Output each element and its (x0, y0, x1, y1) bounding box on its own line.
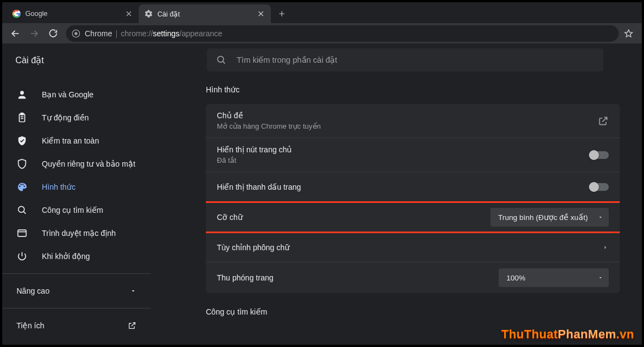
row-label: Hiển thị thanh dấu trang (217, 183, 301, 191)
row-bookmarks-bar: Hiển thị thanh dấu trang (206, 172, 620, 202)
sidebar-advanced-label: Nâng cao (17, 287, 50, 295)
sidebar-item-default-browser[interactable]: Trình duyệt mặc định (2, 222, 151, 245)
external-link-icon (128, 321, 137, 330)
sidebar-item-safety-check[interactable]: Kiểm tra an toàn (2, 129, 151, 152)
close-tab-icon[interactable] (124, 9, 133, 18)
section-title-appearance: Hình thức (206, 85, 620, 94)
section-title-search: Công cụ tìm kiếm (206, 307, 620, 316)
row-font-size: Cỡ chữ Trung bình (Được đề xuất) (206, 201, 620, 233)
font-size-dropdown[interactable]: Trung bình (Được đề xuất) (490, 208, 609, 227)
person-icon (17, 89, 28, 100)
shield-check-icon (17, 135, 28, 146)
svg-point-7 (18, 206, 24, 212)
sidebar-item-label: Khi khởi động (42, 252, 90, 261)
home-button-toggle[interactable] (590, 151, 609, 159)
page-zoom-dropdown[interactable]: 100% (499, 268, 609, 287)
row-customize-fonts[interactable]: Tùy chỉnh phông chữ (206, 233, 620, 262)
search-icon (17, 205, 28, 216)
url-path: /appearance (179, 29, 222, 38)
dropdown-value: 100% (506, 274, 526, 282)
bookmarks-bar-toggle[interactable] (590, 183, 609, 191)
gear-icon (144, 9, 153, 18)
chevron-down-icon (598, 275, 603, 280)
divider (2, 273, 151, 274)
svg-point-3 (217, 56, 223, 62)
sidebar-item-label: Kiểm tra an toàn (42, 136, 99, 145)
sidebar-item-appearance[interactable]: Hình thức (2, 175, 151, 199)
chevron-down-icon (598, 214, 603, 220)
browser-icon (17, 228, 28, 239)
sidebar-item-autofill[interactable]: Tự động điền (2, 106, 151, 129)
svg-rect-8 (18, 230, 26, 236)
shield-icon (17, 158, 28, 169)
sidebar-item-label: Hình thức (42, 183, 75, 191)
sidebar-item-privacy[interactable]: Quyền riêng tư và bảo mật (2, 152, 151, 175)
svg-point-2 (74, 32, 77, 35)
row-theme[interactable]: Chủ đề Mở cửa hàng Chrome trực tuyến (206, 104, 620, 138)
appearance-card: Chủ đề Mở cửa hàng Chrome trực tuyến Hiể… (206, 104, 620, 293)
search-placeholder: Tìm kiếm trong phần cài đặt (237, 56, 337, 64)
sidebar-extensions-label: Tiện ích (17, 321, 45, 330)
url-host: settings (153, 29, 179, 38)
settings-header: Cài đặt Tìm kiếm trong phần cài đặt (2, 43, 642, 76)
row-home-button: Hiển thị nút trang chủ Đã tắt (206, 138, 620, 172)
external-link-icon (598, 115, 609, 126)
url-prefix: chrome:// (121, 29, 152, 38)
reload-button[interactable] (44, 25, 62, 42)
tab-strip: Google Cài đặt (2, 2, 642, 23)
row-sublabel: Đã tắt (217, 156, 292, 164)
page-title: Cài đặt (15, 55, 207, 65)
sidebar-item-on-startup[interactable]: Khi khởi động (2, 245, 151, 268)
row-label: Chủ đề (217, 111, 321, 120)
back-button[interactable] (7, 25, 24, 42)
palette-icon (17, 181, 28, 192)
settings-search[interactable]: Tìm kiếm trong phần cài đặt (207, 48, 603, 71)
address-bar[interactable]: Chrome | chrome:// settings /appearance (66, 25, 619, 42)
sidebar-advanced[interactable]: Nâng cao (2, 279, 151, 302)
sidebar-item-search-engine[interactable]: Công cụ tìm kiếm (2, 199, 151, 222)
sidebar-item-label: Tự động điền (42, 113, 89, 122)
power-icon (17, 251, 28, 262)
chevron-right-icon (602, 244, 609, 251)
google-favicon (12, 9, 21, 18)
browser-toolbar: Chrome | chrome:// settings /appearance (2, 23, 642, 43)
url-scheme: Chrome (85, 29, 112, 38)
sidebar-item-label: Bạn và Google (42, 90, 94, 99)
svg-rect-6 (21, 113, 24, 115)
sidebar-item-you-and-google[interactable]: Bạn và Google (2, 83, 151, 106)
bookmark-star-icon[interactable] (620, 25, 637, 42)
dropdown-value: Trung bình (Được đề xuất) (498, 213, 588, 222)
settings-main: Hình thức Chủ đề Mở cửa hàng Chrome trực… (151, 76, 642, 345)
settings-sidebar: Bạn và Google Tự động điền Kiểm tra an t… (2, 76, 151, 345)
sidebar-extensions[interactable]: Tiện ích (2, 314, 151, 337)
row-page-zoom: Thu phóng trang 100% (206, 262, 620, 293)
new-tab-button[interactable] (274, 6, 290, 21)
row-label: Cỡ chữ (217, 213, 243, 222)
forward-button[interactable] (25, 25, 43, 42)
chevron-down-icon (130, 288, 137, 294)
sidebar-item-label: Công cụ tìm kiếm (42, 206, 103, 214)
divider (2, 308, 151, 309)
tab-google[interactable]: Google (7, 4, 139, 23)
clipboard-icon (17, 112, 28, 123)
tab-title: Google (25, 10, 124, 18)
row-label: Thu phóng trang (217, 273, 274, 282)
sidebar-item-label: Quyền riêng tư và bảo mật (42, 159, 135, 168)
tab-settings[interactable]: Cài đặt (139, 4, 271, 23)
close-tab-icon[interactable] (256, 9, 265, 18)
sidebar-item-label: Trình duyệt mặc định (42, 229, 116, 238)
row-label: Hiển thị nút trang chủ (217, 145, 292, 154)
row-label: Tùy chỉnh phông chữ (217, 243, 290, 252)
search-icon (216, 54, 227, 65)
chrome-icon (72, 29, 80, 38)
row-sublabel: Mở cửa hàng Chrome trực tuyến (217, 122, 321, 130)
tab-title: Cài đặt (157, 10, 256, 18)
svg-point-4 (20, 91, 24, 95)
